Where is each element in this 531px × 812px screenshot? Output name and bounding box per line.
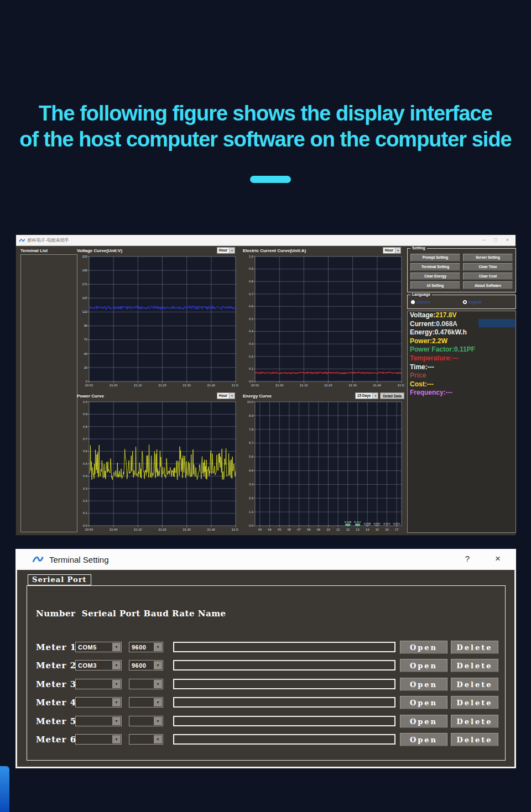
baud-select[interactable]: 9600▼ — [129, 660, 163, 670]
name-input[interactable] — [173, 716, 395, 726]
chevron-down-icon: ▼ — [112, 717, 121, 725]
svg-text:20:50: 20:50 — [251, 384, 259, 387]
port-select[interactable]: ▼ — [75, 679, 122, 689]
page-title-line1: The following figure shows the display i… — [0, 101, 531, 127]
open-button[interactable]: Open — [400, 641, 447, 654]
reading-current: Current:0.068A — [408, 320, 516, 329]
delete-button[interactable]: Delete — [451, 715, 498, 728]
svg-text:8.9: 8.9 — [249, 414, 253, 417]
clear-energy-button[interactable]: Clear Energy — [410, 273, 460, 280]
reading-power: Power:2.2W — [408, 337, 516, 346]
svg-text:0.5: 0.5 — [83, 462, 87, 465]
open-button[interactable]: Open — [400, 733, 447, 746]
svg-text:0.0: 0.0 — [249, 524, 253, 527]
svg-text:06: 06 — [288, 528, 291, 531]
port-select[interactable]: COM3▼ — [75, 660, 122, 670]
svg-text:0.3: 0.3 — [83, 487, 87, 490]
power-range-select[interactable]: Hour ▼ — [217, 392, 235, 399]
baud-select[interactable]: ▼ — [129, 679, 163, 689]
power-range-value: Hour — [217, 393, 229, 399]
chevron-down-icon: ▼ — [154, 661, 162, 669]
port-select[interactable]: ▼ — [75, 697, 122, 708]
open-button[interactable]: Open — [400, 715, 447, 728]
chevron-down-icon: ▼ — [112, 661, 121, 669]
svg-text:11: 11 — [336, 528, 340, 531]
current-chart-header: Electric Current Curve(Unit:A) Hour ▼ — [243, 247, 404, 254]
chevron-down-icon: ▼ — [395, 248, 400, 253]
maximize-button[interactable]: □ — [494, 238, 497, 243]
delete-button[interactable]: Delete — [451, 696, 498, 709]
name-input[interactable] — [173, 642, 395, 652]
dialog-logo-icon — [32, 554, 44, 565]
name-input[interactable] — [173, 660, 395, 670]
baud-select[interactable]: ▼ — [129, 716, 163, 726]
prompt-setting-button[interactable]: Prompt Setting — [410, 254, 460, 261]
svg-text:0.8: 0.8 — [249, 280, 253, 283]
baud-select[interactable]: ▼ — [129, 734, 163, 745]
voltage-chart-header: Voltage Curve(Unit:V) Hour ▼ — [77, 247, 238, 254]
port-select[interactable]: COM5▼ — [75, 642, 122, 652]
detail-data-button[interactable]: Detail Data — [380, 392, 404, 399]
delete-button[interactable]: Delete — [451, 733, 498, 746]
svg-text:08: 08 — [307, 528, 310, 531]
svg-text:49: 49 — [84, 352, 87, 355]
open-button[interactable]: Open — [400, 659, 447, 672]
svg-text:21:50: 21:50 — [232, 528, 238, 531]
port-select[interactable]: ▼ — [75, 734, 122, 745]
delete-button[interactable]: Delete — [451, 659, 498, 672]
chevron-down-icon: ▼ — [154, 680, 162, 688]
svg-text:21:20: 21:20 — [158, 384, 166, 387]
svg-text:09: 09 — [317, 528, 320, 531]
reading-cost: Cost:--- — [408, 380, 516, 389]
open-button[interactable]: Open — [400, 696, 447, 709]
setting-group: Setting Prompt Setting Server Setting Te… — [407, 248, 516, 292]
voltage-chart-title: Voltage Curve(Unit:V) — [77, 248, 122, 253]
help-button[interactable]: ? — [462, 554, 473, 563]
svg-text:0.021: 0.021 — [393, 522, 400, 525]
dialog-body: Serieal Port Number Serieal Port Baud Ra… — [15, 570, 516, 768]
current-range-select[interactable]: Hour ▼ — [383, 247, 401, 254]
chevron-down-icon: ▼ — [112, 643, 121, 651]
language-radio-english[interactable]: English — [463, 300, 481, 304]
svg-text:0.2: 0.2 — [249, 355, 253, 358]
server-setting-button[interactable]: Server Setting — [463, 254, 513, 261]
delete-button[interactable]: Delete — [451, 678, 498, 691]
voltage-range-select[interactable]: Hour ▼ — [217, 247, 235, 254]
name-input[interactable] — [173, 697, 395, 708]
meter-row: Meter 3 ▼ ▼ Open Delete — [17, 678, 514, 691]
minimize-button[interactable]: – — [482, 238, 485, 243]
name-input[interactable] — [173, 679, 395, 689]
port-select[interactable]: ▼ — [75, 716, 122, 726]
ui-setting-button[interactable]: UI Setting — [410, 281, 460, 289]
terminal-list[interactable] — [20, 254, 77, 532]
svg-text:0.036: 0.036 — [364, 522, 371, 525]
svg-text:0.3: 0.3 — [249, 342, 253, 345]
language-radio-chinese[interactable]: Chinese — [411, 300, 430, 304]
power-chart-header: Power Curve Hour ▼ — [77, 392, 238, 399]
clear-time-button[interactable]: Clear Time — [463, 263, 513, 271]
svg-text:0.7: 0.7 — [83, 437, 87, 441]
energy-range-select[interactable]: 15 Days ▼ — [355, 392, 379, 399]
clear-cost-button[interactable]: Clear Cost — [463, 273, 513, 280]
baud-select[interactable]: 9600▼ — [129, 642, 163, 652]
chevron-down-icon: ▼ — [112, 698, 121, 706]
close-button[interactable]: × — [506, 238, 509, 243]
app-window: 默科电子-电能表助手 – □ × Terminal List Voltage C… — [15, 234, 516, 536]
name-input[interactable] — [173, 734, 395, 745]
about-software-button[interactable]: About Software — [463, 281, 513, 289]
svg-text:122: 122 — [82, 310, 87, 313]
chevron-down-icon: ▼ — [229, 248, 235, 253]
columns-header: Number Serieal Port Baud Rate Name — [36, 609, 226, 619]
energy-chart-panel: Energy Curve 15 Days ▼ Detail Data 10.08… — [243, 392, 404, 533]
svg-text:0.1: 0.1 — [249, 367, 253, 370]
delete-button[interactable]: Delete — [451, 641, 498, 654]
close-icon[interactable]: × — [492, 553, 504, 564]
terminal-setting-button[interactable]: Terminal Setting — [410, 263, 460, 271]
chevron-down-icon: ▼ — [154, 698, 162, 706]
open-button[interactable]: Open — [400, 678, 447, 691]
svg-text:171: 171 — [82, 282, 87, 286]
tab-serial-port[interactable]: Serieal Port — [28, 574, 91, 585]
language-group: Language Chinese English — [407, 295, 516, 309]
svg-text:0.4: 0.4 — [249, 329, 253, 333]
baud-select[interactable]: ▼ — [129, 697, 163, 708]
